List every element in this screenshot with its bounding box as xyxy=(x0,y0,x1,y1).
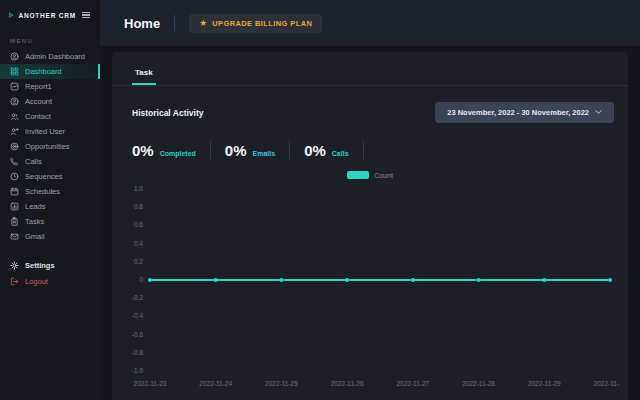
account-user-icon xyxy=(10,97,19,106)
sidebar-item-sequences[interactable]: Sequences xyxy=(0,169,100,184)
sidebar-item-opportunities[interactable]: Opportunities xyxy=(0,139,100,154)
sidebar-item-admin-dashboard[interactable]: Admin Dashboard xyxy=(0,49,100,64)
sidebar-item-contact[interactable]: Contact xyxy=(0,109,100,124)
stat-divider xyxy=(363,141,364,159)
svg-text:2022-11-24: 2022-11-24 xyxy=(199,380,232,387)
sidebar-item-gmail[interactable]: Gmail xyxy=(0,229,100,244)
chart-legend: Count xyxy=(112,171,628,179)
date-range-label: 23 November, 2022 - 30 November, 2022 xyxy=(447,108,589,117)
dashboard-grid-icon xyxy=(10,67,19,76)
legend-count-swatch xyxy=(347,171,369,179)
stat-calls: 0% Calls xyxy=(304,142,348,159)
tab-bar: Task xyxy=(112,52,628,86)
svg-text:2022-11-29: 2022-11-29 xyxy=(528,380,561,387)
sidebar-item-leads[interactable]: Leads xyxy=(0,199,100,214)
contact-users-icon xyxy=(10,112,19,121)
stat-completed: 0% Completed xyxy=(132,142,196,159)
topbar: Home ★ UPGRADE BILLING PLAN xyxy=(100,0,640,46)
svg-text:2022-11-25: 2022-11-25 xyxy=(265,380,298,387)
logout-icon xyxy=(10,277,19,286)
svg-text:2022-11-30: 2022-11-30 xyxy=(594,380,620,387)
stat-divider xyxy=(210,141,211,159)
svg-text:-0.2: -0.2 xyxy=(132,294,144,301)
schedules-calendar-icon xyxy=(10,187,19,196)
sidebar-item-schedules[interactable]: Schedules xyxy=(0,184,100,199)
page-title: Home xyxy=(124,16,160,31)
sidebar-bottom-section: Settings Logout xyxy=(0,258,100,289)
date-range-selector[interactable]: 23 November, 2022 - 30 November, 2022 xyxy=(435,102,614,123)
stat-divider xyxy=(289,141,290,159)
svg-text:0.8: 0.8 xyxy=(134,203,143,210)
sidebar-item-account[interactable]: Account xyxy=(0,94,100,109)
chevron-down-icon xyxy=(595,110,602,115)
svg-text:-1.0: -1.0 xyxy=(132,367,144,374)
hamburger-menu-icon[interactable] xyxy=(80,10,92,21)
stat-emails-value: 0% xyxy=(225,142,247,159)
activity-line-chart: 1.00.80.60.40.20-0.2-0.4-0.6-0.8-1.02022… xyxy=(120,181,620,393)
svg-text:0.6: 0.6 xyxy=(134,221,143,228)
admin-dashboard-icon xyxy=(10,52,19,61)
stat-emails: 0% Emails xyxy=(225,142,275,159)
tasks-clipboard-icon xyxy=(10,217,19,226)
sidebar-item-calls[interactable]: Calls xyxy=(0,154,100,169)
sidebar-item-report[interactable]: Report1 xyxy=(0,79,100,94)
star-icon: ★ xyxy=(199,19,207,28)
svg-text:-0.4: -0.4 xyxy=(132,312,144,319)
leads-bars-icon xyxy=(10,202,19,211)
tab-task[interactable]: Task xyxy=(132,68,156,85)
topbar-divider xyxy=(174,15,175,31)
svg-text:0: 0 xyxy=(139,276,143,283)
gmail-envelope-icon xyxy=(10,232,19,241)
sequences-clock-icon xyxy=(10,172,19,181)
sidebar-nav: Admin Dashboard Dashboard Report1 Accoun… xyxy=(0,49,100,244)
upgrade-billing-plan-button[interactable]: ★ UPGRADE BILLING PLAN xyxy=(189,14,322,33)
settings-gear-icon xyxy=(10,261,19,270)
sidebar-item-logout[interactable]: Logout xyxy=(0,274,100,289)
stats-row: 0% Completed 0% Emails 0% Calls xyxy=(112,123,628,159)
brand-header: ANOTHER CRM xyxy=(0,0,100,22)
stat-completed-value: 0% xyxy=(132,142,154,159)
report-chart-icon xyxy=(10,82,19,91)
svg-text:-0.6: -0.6 xyxy=(132,331,144,338)
panel-header: Historical Activity 23 November, 2022 - … xyxy=(112,86,628,123)
content-card: Task Historical Activity 23 November, 20… xyxy=(112,52,628,400)
legend-count-label: Count xyxy=(374,172,393,179)
sidebar-item-tasks[interactable]: Tasks xyxy=(0,214,100,229)
svg-text:0.2: 0.2 xyxy=(134,258,143,265)
brand-logo-icon xyxy=(8,8,14,22)
stat-calls-value: 0% xyxy=(304,142,326,159)
stat-emails-label: Emails xyxy=(253,150,276,157)
svg-text:1.0: 1.0 xyxy=(134,185,143,192)
section-title: Historical Activity xyxy=(132,108,204,118)
invited-user-icon xyxy=(10,127,19,136)
svg-text:2022-11-27: 2022-11-27 xyxy=(396,380,429,387)
brand-name: ANOTHER CRM xyxy=(18,12,76,19)
svg-text:2022-11-26: 2022-11-26 xyxy=(331,380,364,387)
opportunities-target-icon xyxy=(10,142,19,151)
sidebar-item-invited-user[interactable]: Invited User xyxy=(0,124,100,139)
svg-text:2022-11-28: 2022-11-28 xyxy=(462,380,495,387)
sidebar-item-settings[interactable]: Settings xyxy=(0,258,100,273)
svg-text:-0.8: -0.8 xyxy=(132,349,144,356)
calls-phone-icon xyxy=(10,157,19,166)
sidebar: ANOTHER CRM MENU Admin Dashboard Dashboa… xyxy=(0,0,100,400)
stat-calls-label: Calls xyxy=(332,150,349,157)
menu-section-label: MENU xyxy=(10,38,100,44)
historical-activity-chart: 1.00.80.60.40.20-0.2-0.4-0.6-0.8-1.02022… xyxy=(112,179,628,393)
svg-text:0.4: 0.4 xyxy=(134,240,143,247)
svg-text:2022-11-23: 2022-11-23 xyxy=(134,380,167,387)
sidebar-item-dashboard[interactable]: Dashboard xyxy=(0,64,100,79)
stat-completed-label: Completed xyxy=(160,150,196,157)
upgrade-button-label: UPGRADE BILLING PLAN xyxy=(212,19,312,28)
